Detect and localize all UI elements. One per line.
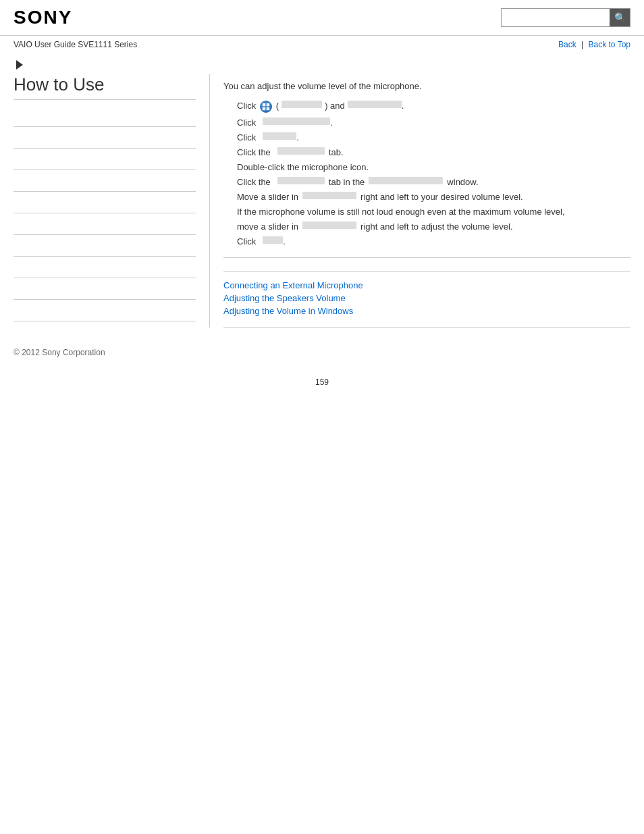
sidebar-item[interactable] [14, 213, 196, 235]
step-6-label: Click the [237, 177, 271, 187]
step-4-text: tab. [329, 147, 344, 157]
step-4-placeholder [277, 147, 325, 155]
content-area: You can adjust the volume level of the m… [209, 74, 630, 328]
step-4-label: Click the [237, 147, 271, 157]
sidebar: How to Use [14, 74, 209, 328]
step-1-paren-open: ( [273, 101, 279, 111]
step-6-middle: tab in the [329, 177, 365, 187]
sidebar-item[interactable] [14, 300, 196, 321]
copyright: © 2012 Sony Corporation [14, 348, 105, 357]
search-input[interactable] [502, 9, 610, 26]
footer: © 2012 Sony Corporation [0, 328, 644, 364]
guide-title: VAIO User Guide SVE1111 Series [14, 40, 137, 49]
step-8: If the microphone volume is still not lo… [223, 207, 630, 217]
step-10-dot: . [283, 236, 286, 246]
step-4: Click the tab. [223, 147, 630, 157]
related-link-volume-windows[interactable]: Adjusting the Volume in Windows [223, 306, 630, 316]
step-9: move a slider in right and left to adjus… [223, 221, 630, 232]
step-1-placeholder1 [281, 101, 322, 108]
search-button[interactable]: 🔍 [610, 9, 630, 26]
sidebar-item[interactable] [14, 170, 196, 192]
step-1-paren-close: ) and [325, 101, 345, 111]
step-10-placeholder [263, 236, 283, 244]
sidebar-item[interactable] [14, 105, 196, 127]
sidebar-item[interactable] [14, 235, 196, 257]
step-1-label: Click [237, 101, 256, 111]
step-1-dot: . [402, 101, 404, 111]
step-3-placeholder [263, 132, 296, 140]
sidebar-item[interactable] [14, 192, 196, 213]
sidebar-title: How to Use [14, 74, 196, 100]
step-2-dot: . [330, 118, 333, 128]
step-2-label: Click [237, 118, 256, 128]
step-2-placeholder [263, 118, 330, 125]
step-1-placeholder2 [348, 101, 402, 108]
sony-logo: SONY [14, 7, 72, 28]
search-box: 🔍 [501, 8, 630, 27]
related-link-microphone[interactable]: Connecting an External Microphone [223, 280, 630, 290]
step-7-prefix: Move a slider in [237, 192, 298, 202]
sidebar-item[interactable] [14, 278, 196, 300]
step-6-suffix: window. [447, 177, 478, 187]
step-5-text: Double-click the microphone icon. [237, 162, 369, 172]
back-link[interactable]: Back [558, 40, 576, 49]
step-2: Click . [223, 118, 630, 128]
windows-icon [260, 101, 272, 113]
step-7-placeholder [302, 192, 356, 199]
page-header: SONY 🔍 [0, 0, 644, 36]
nav-links: Back | Back to Top [558, 40, 630, 49]
step-9-placeholder [302, 221, 356, 229]
step-9-suffix: right and left to adjust the volume leve… [360, 221, 512, 232]
step-10: Click . [223, 236, 630, 246]
content-intro: You can adjust the volume level of the m… [223, 74, 630, 91]
step-3: Click . [223, 132, 630, 142]
step-3-label: Click [237, 132, 256, 142]
step-10-label: Click [237, 236, 256, 246]
related-link-speakers[interactable]: Adjusting the Speakers Volume [223, 293, 630, 303]
sidebar-item[interactable] [14, 127, 196, 149]
step-6-placeholder2 [369, 177, 443, 184]
breadcrumb-row [0, 53, 644, 74]
main-layout: How to Use You can adjust the volume lev… [0, 74, 644, 328]
content-separator [223, 257, 630, 258]
back-to-top-link[interactable]: Back to Top [589, 40, 630, 49]
nav-separator: | [581, 40, 583, 49]
step-1: Click ( ) and . [223, 101, 630, 113]
related-links: Connecting an External Microphone Adjust… [223, 271, 630, 328]
page-number: 159 [0, 364, 644, 400]
step-9-prefix: move a slider in [237, 221, 298, 232]
step-7: Move a slider in right and left to your … [223, 192, 630, 202]
sidebar-item[interactable] [14, 149, 196, 170]
step-6-placeholder1 [277, 177, 325, 184]
step-6: Click the tab in the window. [223, 177, 630, 187]
chevron-right-icon [16, 60, 23, 70]
sidebar-item[interactable] [14, 257, 196, 278]
step-5: Double-click the microphone icon. [223, 162, 630, 172]
step-8-text: If the microphone volume is still not lo… [237, 207, 565, 217]
step-3-dot: . [296, 132, 299, 142]
step-7-suffix: right and left to your desired volume le… [360, 192, 523, 202]
sub-header: VAIO User Guide SVE1111 Series Back | Ba… [0, 36, 644, 53]
